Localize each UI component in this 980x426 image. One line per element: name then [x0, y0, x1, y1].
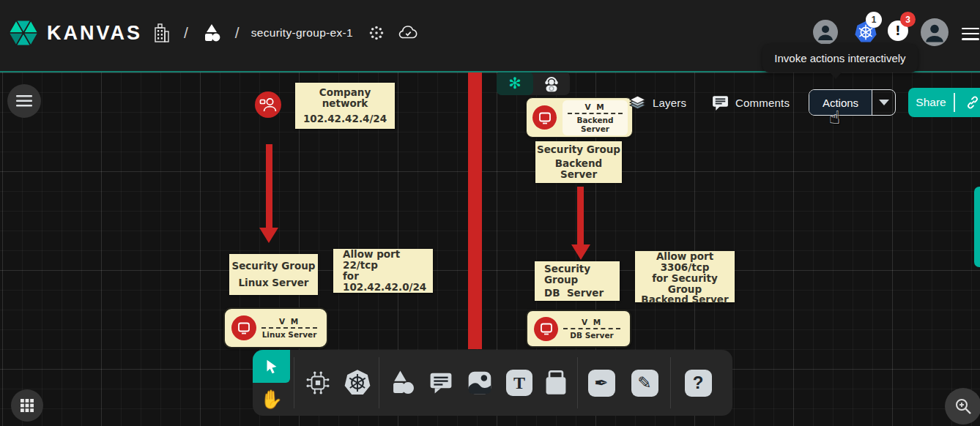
vm-node-db-server[interactable]: V M DB Server: [526, 310, 631, 348]
note-allow-port-3306[interactable]: Allow port 3306/tcp for Security Group B…: [635, 251, 735, 302]
vm-subtitle: Backend Server: [563, 116, 628, 133]
note-line: Allow port 22/tcp: [343, 249, 433, 271]
components-tool-button[interactable]: [298, 350, 338, 416]
vm-monitor-icon: [532, 105, 557, 130]
alert-count-badge: 3: [900, 12, 916, 27]
network-boundary-line[interactable]: [468, 72, 482, 349]
note-sg-db[interactable]: Security Group DB Server: [535, 261, 620, 301]
toolbar-divider: [294, 357, 294, 408]
note-line: for Security Group: [635, 273, 735, 295]
comment-icon: [428, 370, 454, 396]
sticky-note-icon: [542, 369, 570, 397]
vm-divider: [563, 328, 620, 329]
designs-shapes-icon[interactable]: [200, 22, 223, 44]
header-menu-icon[interactable]: [962, 24, 979, 43]
note-line: Backend Server: [635, 294, 735, 305]
share-button[interactable]: Share: [908, 96, 954, 109]
logo-wordmark: KANVAS: [47, 22, 142, 45]
kanvas-app: KANVAS /: [0, 0, 980, 426]
comment-tool-button[interactable]: [423, 350, 459, 416]
design-file-name[interactable]: security-group-ex-1: [251, 26, 353, 40]
tooltip-text: Invoke actions interactively: [774, 52, 905, 64]
chip-icon: [305, 370, 331, 396]
note-line: Linux Server: [229, 277, 318, 288]
note-line: Security Group: [544, 264, 620, 285]
note-tool-button[interactable]: [538, 350, 574, 416]
note-sg-backend[interactable]: Security Group Backend Server: [535, 141, 622, 183]
pen-tool-button[interactable]: ✒: [582, 350, 621, 416]
zoom-button[interactable]: [945, 388, 980, 425]
kubernetes-count-badge: 1: [866, 12, 882, 28]
user-avatar[interactable]: [921, 18, 949, 46]
kubernetes-tool-button[interactable]: [338, 350, 377, 416]
note-line: Security Group: [535, 144, 622, 155]
text-tool-icon: T: [506, 370, 532, 396]
vm-monitor-icon: [231, 315, 256, 340]
zoom-in-icon: [954, 397, 973, 416]
comments-label: Comments: [735, 97, 790, 109]
layers-button[interactable]: Layers: [628, 94, 686, 112]
arrowhead-icon: [571, 244, 590, 260]
vm-title: V M: [558, 318, 626, 326]
toolbar-divider: [577, 357, 578, 408]
headset-user-icon: [541, 73, 562, 94]
vm-node-linux-server[interactable]: V M Linux Server: [223, 307, 328, 348]
note-sg-linux[interactable]: Security Group Linux Server: [229, 254, 318, 295]
note-line: 102.42.42.4/24: [295, 113, 395, 124]
comments-button[interactable]: Comments: [711, 94, 790, 112]
pan-tool-button[interactable]: ✋: [253, 383, 290, 416]
actions-tooltip: Invoke actions interactively: [762, 44, 918, 72]
text-tool-button[interactable]: T: [501, 350, 538, 416]
note-line: Security Group: [229, 261, 318, 272]
toolbar-divider: [670, 357, 671, 408]
toolbar-divider: [379, 357, 379, 408]
actions-button[interactable]: Actions: [809, 90, 872, 115]
kanvas-hexagon-icon: [7, 17, 40, 49]
pencil-tool-button[interactable]: ✎: [625, 350, 664, 416]
note-line: Allow port 3306/tcp: [635, 251, 735, 273]
shapes-tool-button[interactable]: [383, 350, 423, 416]
note-line: Backend Server: [535, 158, 622, 180]
note-company-network[interactable]: Company network 102.42.42.4/24: [295, 83, 395, 129]
pen-icon: ✒: [588, 370, 615, 397]
grid-icon: [21, 399, 34, 412]
organization-icon[interactable]: [150, 22, 172, 44]
actions-dropdown-button[interactable]: [872, 90, 895, 115]
vm-node-backend-server[interactable]: V M Backend Server: [526, 97, 633, 138]
image-icon: [465, 368, 494, 397]
image-tool-button[interactable]: [461, 350, 499, 416]
edge-company-to-sg-linux[interactable]: [266, 144, 272, 228]
support-bot-button[interactable]: [533, 72, 570, 95]
vm-title: V M: [256, 317, 322, 326]
share-split-button: Share: [908, 88, 980, 117]
kubernetes-context-button[interactable]: 1: [854, 20, 877, 47]
hand-icon: ✋: [260, 389, 283, 410]
breadcrumb-separator: /: [235, 24, 240, 42]
breadcrumb-separator: /: [184, 24, 188, 42]
chevron-down-icon: [879, 100, 889, 105]
vm-subtitle: Linux Server: [256, 330, 322, 339]
cursor-arrow-icon: [262, 357, 281, 376]
help-icon: ?: [685, 370, 712, 397]
tooltip-caret: [829, 72, 842, 79]
note-line: for 102.42.42.0/24: [343, 271, 433, 293]
meshery-spiral-button[interactable]: ✻: [497, 72, 533, 95]
kanvas-logo[interactable]: KANVAS: [7, 17, 142, 49]
edge-sg-backend-to-sg-db[interactable]: [577, 187, 584, 245]
pencil-icon: ✎: [631, 370, 658, 397]
help-button[interactable]: ?: [678, 350, 719, 416]
collaborator-avatar[interactable]: [813, 20, 838, 45]
widgets-grid-button[interactable]: [11, 389, 43, 422]
vm-title: V M: [563, 102, 628, 111]
cloud-saved-icon: [397, 24, 419, 42]
select-tool-button[interactable]: [253, 350, 290, 383]
shortcut-dots-icon[interactable]: [368, 24, 385, 42]
note-allow-port-22[interactable]: Allow port 22/tcp for 102.42.42.0/24: [333, 249, 433, 293]
company-user-node[interactable]: [255, 91, 281, 118]
canvas-menu-button[interactable]: [7, 84, 41, 118]
comments-icon: [711, 94, 730, 112]
arrowhead-icon: [259, 228, 278, 243]
right-panel-handle[interactable]: [974, 187, 980, 267]
copy-link-button[interactable]: [955, 95, 980, 110]
note-line: Company network: [295, 87, 395, 109]
